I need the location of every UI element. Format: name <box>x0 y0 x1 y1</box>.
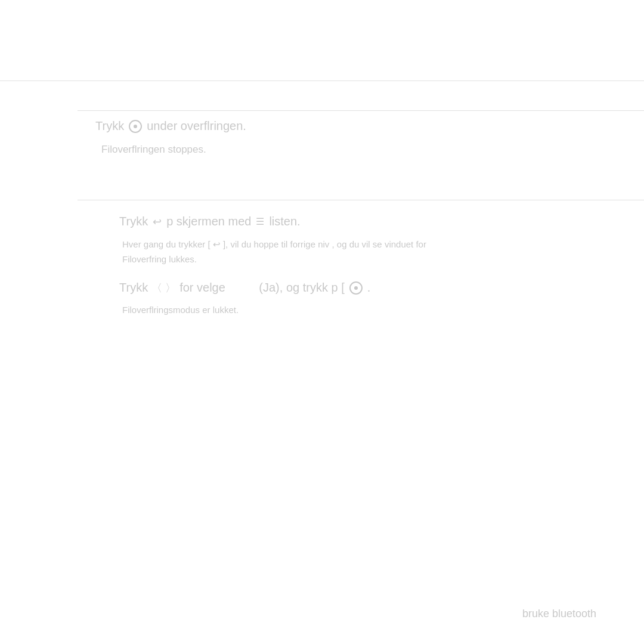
back-icon-bracket: ↩ <box>213 239 221 249</box>
section2-block2-line1: Trykk 〈 〉 for velge (Ja), og trykk p [ . <box>119 281 566 295</box>
section1-line1-suffix: under overflringen. <box>147 119 246 133</box>
section2-block1-line1-suffix: listen. <box>269 215 300 228</box>
bottom-link[interactable]: bruke bluetooth <box>522 608 596 620</box>
trykk-label-3: Trykk <box>119 281 148 295</box>
top-divider <box>0 80 644 81</box>
chevrons-icon: 〈 〉 <box>151 281 176 295</box>
section1-line1: Trykk under overflringen. <box>95 119 566 133</box>
section2-block2-line1-suffix-prefix: (Ja), og trykk p [ <box>259 281 344 295</box>
section2-block2-line2: Filoverflringsmodus er lukket. <box>122 305 566 315</box>
list-icon: ☰ <box>256 216 264 227</box>
section2-top-divider <box>78 200 644 200</box>
line2-part1: Hver gang du trykker [ <box>122 239 210 249</box>
section2-block1: Trykk ↩ p skjermen med ☰ listen. Hver ga… <box>119 215 566 264</box>
section1-line2: Filoverflringen stoppes. <box>101 144 566 156</box>
back-icon: ↩ <box>153 215 162 228</box>
section2-block2: Trykk 〈 〉 for velge (Ja), og trykk p [ .… <box>119 281 566 315</box>
section2-block1-line1-middle: p skjermen med <box>166 215 251 228</box>
section2-block2-line1-suffix-end: . <box>367 281 371 295</box>
section1-top-divider <box>78 110 644 111</box>
section2-block2-line1-middle: for velge <box>179 281 225 295</box>
section2-block1-line2: Hver gang du trykker [ ↩ ], vil du hoppe… <box>122 238 566 252</box>
trykk-label-2: Trykk <box>119 215 148 228</box>
line2-part2: ], vil du hoppe til forrige niv , og du … <box>223 239 426 249</box>
section1: Trykk under overflringen. Filoverflringe… <box>95 119 566 156</box>
section2-block1-line1: Trykk ↩ p skjermen med ☰ listen. <box>119 215 566 228</box>
trykk-label-1: Trykk <box>95 119 124 133</box>
section2-block1-line3: Filoverfring lukkes. <box>122 254 566 264</box>
circle-icon-1 <box>129 120 142 133</box>
section2: Trykk ↩ p skjermen med ☰ listen. Hver ga… <box>119 215 566 315</box>
circle-icon-2 <box>349 281 363 295</box>
